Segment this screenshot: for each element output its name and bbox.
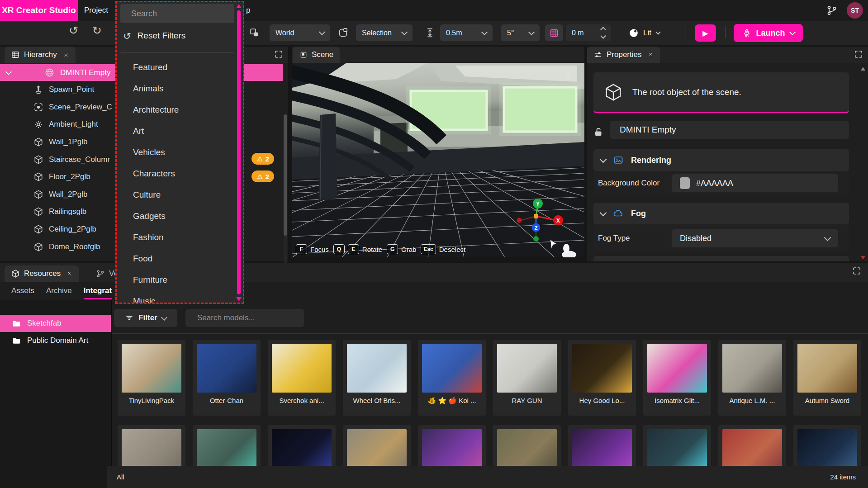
model-card[interactable]: Isomatrix Glit...: [643, 340, 711, 416]
models-search[interactable]: [185, 309, 304, 327]
model-card[interactable]: [493, 425, 561, 466]
app-title[interactable]: XR Creator Studio: [0, 0, 78, 21]
category-item[interactable]: Music: [133, 290, 179, 304]
undo-button[interactable]: ↺: [69, 25, 78, 36]
category-item[interactable]: Architecture: [133, 99, 179, 120]
model-card[interactable]: Autumn Sword: [793, 340, 861, 416]
scrollbar-up-arrow[interactable]: [236, 4, 242, 8]
fullscreen-icon[interactable]: [274, 50, 283, 59]
toolbar-divider: [725, 27, 726, 38]
object-name-field[interactable]: DMINTI Empty: [610, 121, 849, 139]
category-item[interactable]: Animals: [133, 78, 179, 99]
scene-viewport[interactable]: ⚙ Y X Z FFocus QERotate GGrab EscDeselec…: [292, 63, 584, 257]
category-item[interactable]: Featured: [133, 57, 179, 78]
fullscreen-icon[interactable]: [852, 266, 861, 275]
category-item[interactable]: Characters: [133, 163, 179, 184]
model-card[interactable]: Sverchok ani...: [268, 340, 336, 416]
model-card[interactable]: RAY GUN: [493, 340, 561, 416]
category-item[interactable]: Furniture: [133, 269, 179, 290]
move-snap-dropdown[interactable]: 0.5m: [440, 24, 493, 41]
chevron-down-icon[interactable]: [5, 68, 12, 75]
model-card[interactable]: [418, 425, 486, 466]
hierarchy-scrollbar-thumb[interactable]: [284, 114, 287, 236]
category-item[interactable]: Fashion: [133, 227, 179, 248]
resources-subtab[interactable]: Archive: [46, 286, 72, 299]
gizmo-x-neg-handle[interactable]: [517, 218, 522, 223]
category-item[interactable]: Food: [133, 248, 179, 269]
model-card[interactable]: [643, 425, 711, 466]
menu-item-partial[interactable]: p: [246, 0, 250, 21]
model-card[interactable]: [268, 425, 336, 466]
menu-project[interactable]: Project: [84, 0, 108, 21]
folder-item[interactable]: Sketchfab: [0, 315, 111, 332]
dropdown-scrollbar[interactable]: [237, 10, 241, 294]
model-card[interactable]: [793, 425, 861, 466]
rocket-icon: [742, 28, 752, 38]
rotate-snap-dropdown[interactable]: 5°: [501, 24, 540, 41]
play-button[interactable]: ▶: [695, 24, 716, 42]
model-card[interactable]: [568, 425, 636, 466]
launch-button[interactable]: Launch: [734, 24, 803, 42]
viewport-shortcut-hints: FFocus QERotate GGrab EscDeselect: [296, 244, 465, 254]
model-card[interactable]: 🐠 ⭐ 🍎 Koi ...: [418, 340, 486, 416]
scrollbar-down-arrow[interactable]: [236, 297, 242, 301]
filter-scope-label[interactable]: All: [117, 466, 124, 488]
pivot-mode-icon[interactable]: [249, 27, 260, 38]
redo-button[interactable]: ↻: [92, 25, 102, 36]
resources-subtab[interactable]: Integrat: [84, 286, 112, 299]
category-search[interactable]: [120, 4, 234, 23]
stepper-arrows[interactable]: [601, 28, 605, 38]
model-card[interactable]: [118, 425, 185, 466]
category-item[interactable]: Art: [133, 120, 179, 142]
tab-resources[interactable]: Resources: [5, 265, 79, 282]
close-icon[interactable]: [66, 270, 73, 277]
category-item[interactable]: Gadgets: [133, 205, 179, 227]
shading-mode-dropdown[interactable]: Lit: [628, 24, 660, 41]
category-item[interactable]: Vehicles: [133, 142, 179, 163]
filter-button[interactable]: Filter: [114, 309, 177, 327]
warning-badge[interactable]: 2: [251, 171, 274, 182]
model-card[interactable]: [718, 425, 786, 466]
tab-hierarchy[interactable]: Hierarchy: [5, 47, 76, 63]
model-card[interactable]: [193, 425, 261, 466]
transform-space-dropdown[interactable]: World: [270, 24, 330, 41]
gizmo-center-handle[interactable]: [534, 214, 538, 218]
fog-type-dropdown[interactable]: Disabled: [672, 229, 838, 247]
reset-filters-button[interactable]: ↺ Reset Filters: [123, 28, 185, 44]
drop-height-icon[interactable]: [424, 27, 436, 38]
background-color-field[interactable]: #AAAAAA: [672, 174, 838, 192]
model-title: Sverchok ani...: [272, 397, 332, 404]
grid-toggle-button[interactable]: [545, 24, 563, 41]
gizmo-y-neg-handle[interactable]: [533, 236, 539, 242]
unlock-icon[interactable]: [593, 126, 604, 138]
scrollbar-down-arrow[interactable]: [861, 256, 865, 260]
model-card[interactable]: TinyLivingPack: [118, 340, 185, 416]
viewport-settings-gear-icon[interactable]: ⚙: [564, 71, 573, 82]
model-card[interactable]: Hey Good Lo...: [568, 340, 636, 416]
warning-badge[interactable]: 2: [251, 153, 274, 165]
category-item[interactable]: Culture: [133, 184, 179, 205]
bounding-box-icon[interactable]: [337, 27, 349, 38]
section-rendering[interactable]: Rendering: [593, 149, 849, 171]
folder-item[interactable]: Public Domain Art: [0, 332, 111, 349]
avatar[interactable]: ST: [847, 2, 863, 19]
model-card[interactable]: Otter-Chan: [193, 340, 261, 416]
resources-subtab[interactable]: Assets: [11, 286, 34, 299]
model-card[interactable]: Wheel Of Bris...: [343, 340, 411, 416]
models-search-input[interactable]: [196, 313, 298, 323]
tab-scene[interactable]: Scene: [293, 47, 340, 63]
fullscreen-icon[interactable]: [854, 50, 863, 59]
section-fog[interactable]: Fog: [593, 203, 849, 224]
color-swatch[interactable]: [680, 177, 690, 189]
close-icon[interactable]: [647, 52, 654, 58]
model-card[interactable]: [343, 425, 411, 466]
selection-mode-dropdown[interactable]: Selection: [356, 24, 413, 41]
category-search-input[interactable]: [130, 9, 237, 19]
model-card[interactable]: Antique L.M. ...: [718, 340, 786, 416]
tab-properties[interactable]: Properties: [587, 47, 660, 63]
version-branch-icon[interactable]: [826, 5, 838, 16]
scrollbar-up-arrow[interactable]: [861, 67, 865, 71]
close-icon[interactable]: [63, 52, 69, 58]
grid-height-stepper[interactable]: 0 m: [566, 24, 611, 41]
tree-item-label: Scene_Preview_C: [49, 103, 112, 112]
